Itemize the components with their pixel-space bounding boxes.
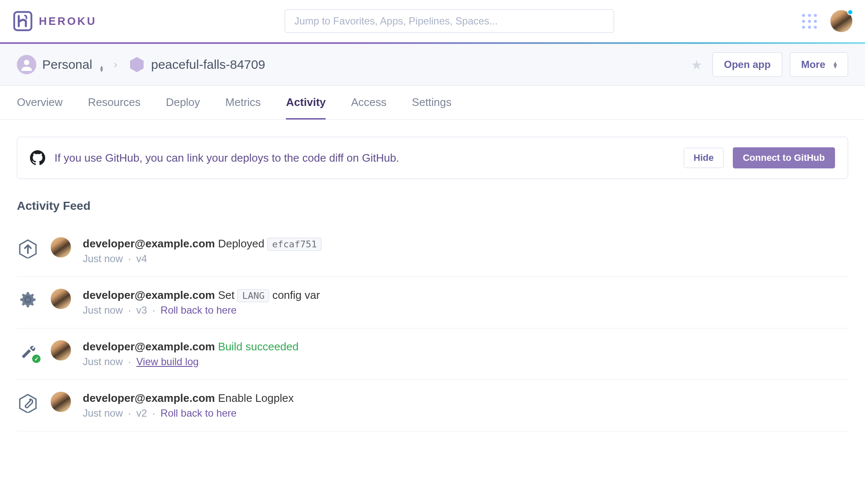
open-app-button[interactable]: Open app: [713, 52, 782, 77]
banner-text: If you use GitHub, you can link your dep…: [54, 152, 675, 165]
activity-version: v4: [136, 253, 147, 264]
tab-settings[interactable]: Settings: [412, 86, 452, 119]
activity-action: Set: [218, 289, 234, 301]
user-avatar-icon: [51, 289, 71, 309]
more-button[interactable]: More ▴▾: [790, 52, 848, 77]
deploy-icon: [17, 237, 39, 259]
heroku-logo[interactable]: HEROKU: [13, 11, 97, 31]
connect-github-button[interactable]: Connect to GitHub: [733, 147, 835, 168]
activity-description: developer@example.com Set LANG config va…: [83, 289, 320, 302]
check-icon: ✓: [32, 355, 41, 363]
user-avatar-icon: [51, 237, 71, 257]
activity-meta: Just now · v4: [83, 253, 321, 265]
activity-time: Just now: [83, 356, 123, 367]
hide-button[interactable]: Hide: [684, 148, 724, 168]
activity-item: ✓ developer@example.com Build succeeded …: [17, 328, 848, 380]
activity-description: developer@example.com Enable Logplex: [83, 392, 294, 405]
github-banner: If you use GitHub, you can link your dep…: [17, 137, 848, 179]
chevron-updown-icon: ▴▾: [834, 61, 837, 68]
rollback-link[interactable]: Roll back to here: [160, 304, 237, 316]
user-email: developer@example.com: [83, 340, 215, 353]
activity-item: developer@example.com Deployed efcaf751 …: [17, 225, 848, 277]
activity-action-suffix: config var: [272, 289, 320, 301]
activity-item: developer@example.com Set LANG config va…: [17, 277, 848, 328]
tab-resources[interactable]: Resources: [88, 86, 140, 119]
activity-meta: Just now · v2 · Roll back to here: [83, 407, 294, 419]
user-email: developer@example.com: [83, 237, 215, 250]
tab-deploy[interactable]: Deploy: [166, 86, 200, 119]
github-icon: [30, 150, 45, 165]
tab-bar: Overview Resources Deploy Metrics Activi…: [0, 86, 865, 120]
activity-version: v2: [136, 407, 147, 419]
user-email: developer@example.com: [83, 289, 215, 301]
tab-access[interactable]: Access: [351, 86, 386, 119]
build-icon: ✓: [17, 340, 39, 362]
commit-hash[interactable]: efcaf751: [267, 238, 321, 251]
scope-label: Personal: [42, 57, 92, 71]
star-icon[interactable]: ★: [691, 57, 702, 72]
gear-icon: [17, 289, 39, 311]
brand-text: HEROKU: [39, 15, 97, 28]
activity-description: developer@example.com Build succeeded: [83, 340, 299, 353]
activity-version: v3: [136, 304, 147, 316]
app-switcher-icon[interactable]: [802, 14, 817, 29]
activity-action: Deployed: [218, 237, 264, 250]
tab-activity[interactable]: Activity: [286, 86, 326, 119]
notification-dot: [847, 9, 853, 15]
user-avatar[interactable]: [830, 10, 852, 32]
activity-time: Just now: [83, 253, 123, 264]
user-avatar-icon: [51, 340, 71, 360]
top-header: HEROKU: [0, 0, 865, 42]
activity-item: developer@example.com Enable Logplex Jus…: [17, 380, 848, 431]
heroku-logo-icon: [13, 11, 33, 31]
main-content: If you use GitHub, you can link your dep…: [0, 120, 865, 448]
tab-overview[interactable]: Overview: [17, 86, 63, 119]
build-status: Build succeeded: [218, 340, 299, 353]
activity-action: Enable Logplex: [218, 392, 294, 404]
personal-avatar-icon: [17, 55, 36, 74]
view-build-log-link[interactable]: View build log: [136, 356, 199, 367]
app-name: peaceful-falls-84709: [151, 57, 265, 72]
chevron-right-icon: ›: [114, 59, 117, 70]
activity-description: developer@example.com Deployed efcaf751: [83, 237, 321, 250]
svg-point-1: [24, 60, 30, 65]
hexagon-app-icon: [128, 56, 145, 73]
breadcrumb: Personal ▴▾ › peaceful-falls-84709 ★ Ope…: [0, 44, 865, 86]
user-email: developer@example.com: [83, 392, 215, 404]
rollback-link[interactable]: Roll back to here: [160, 407, 237, 419]
activity-time: Just now: [83, 304, 123, 316]
config-var-name: LANG: [237, 289, 269, 302]
activity-time: Just now: [83, 407, 123, 419]
user-avatar-icon: [51, 392, 71, 412]
wrench-icon: [17, 392, 39, 414]
search-input[interactable]: [285, 9, 614, 33]
svg-rect-0: [14, 12, 32, 30]
tab-metrics[interactable]: Metrics: [226, 86, 261, 119]
feed-title: Activity Feed: [17, 199, 848, 213]
chevron-updown-icon: ▴▾: [100, 65, 103, 72]
activity-meta: Just now · v3 · Roll back to here: [83, 304, 320, 316]
scope-selector[interactable]: Personal ▴▾: [42, 57, 103, 72]
activity-meta: Just now · View build log: [83, 356, 299, 368]
